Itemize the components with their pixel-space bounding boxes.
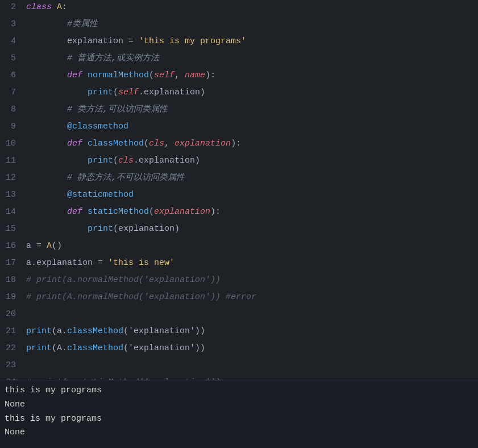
line-number: 3 — [0, 18, 24, 31]
code-line: 2class A: — [0, 0, 478, 17]
line-content: #类属性 — [24, 18, 478, 31]
code-line: 14 def staticMethod(explanation): — [0, 205, 478, 222]
output-line: this is my programs — [5, 412, 473, 426]
token-normal: explanation = — [67, 36, 139, 46]
line-number: 17 — [0, 256, 24, 269]
token-normal: ): — [205, 70, 215, 80]
token-comment: # print(a.staticMethod('explanation')) — [26, 378, 221, 380]
line-number: 9 — [0, 120, 24, 133]
output-line: None — [5, 426, 473, 440]
token-fn-name: classMethod — [88, 139, 144, 148]
code-line: 3 #类属性 — [0, 17, 478, 34]
token-param: self — [154, 70, 174, 80]
token-class-name: A — [47, 241, 52, 251]
code-line: 11 print(cls.explanation) — [0, 154, 478, 171]
line-number: 16 — [0, 239, 24, 252]
line-content: # print(a.staticMethod('explanation')) — [24, 376, 478, 380]
line-number: 13 — [0, 188, 24, 201]
token-fn-name: classMethod — [67, 326, 123, 336]
token-normal: , — [164, 139, 174, 148]
line-number: 22 — [0, 342, 24, 355]
line-number: 8 — [0, 103, 24, 116]
line-content: a.explanation = 'this is new' — [24, 256, 478, 269]
line-number: 18 — [0, 273, 24, 287]
token-string: 'this is my programs' — [139, 36, 246, 46]
token-string: 'this is new' — [108, 258, 174, 268]
token-normal: ('explanation')) — [123, 343, 205, 353]
token-normal: ): — [231, 139, 241, 148]
token-normal: (a. — [52, 326, 67, 336]
line-content: # 类方法,可以访问类属性 — [24, 103, 478, 116]
line-content: print(self.explanation) — [24, 86, 478, 99]
token-cls-kw: cls — [118, 156, 134, 165]
output-line: None — [5, 398, 473, 412]
line-number: 21 — [0, 325, 24, 338]
line-number: 10 — [0, 137, 24, 150]
token-normal: : — [62, 2, 67, 12]
token-normal: ( — [149, 70, 154, 80]
token-kw-class: class — [26, 2, 57, 12]
line-content: # print(a.normalMethod('explanation')) — [24, 273, 478, 287]
token-param: name — [185, 70, 205, 80]
code-line: 15 print(explanation) — [0, 222, 478, 239]
token-normal: , — [174, 70, 185, 80]
token-var-a: a = — [26, 241, 47, 251]
token-print-fn: print — [26, 326, 52, 336]
line-number: 15 — [0, 222, 24, 235]
code-line: 23 — [0, 358, 478, 375]
token-at: @ — [67, 122, 72, 131]
token-normal: ('explanation')) — [123, 326, 205, 336]
token-normal: (explanation) — [113, 224, 180, 234]
line-number: 23 — [0, 359, 24, 372]
token-param: explanation — [154, 207, 210, 217]
token-fn-name: normalMethod — [88, 70, 149, 80]
token-comment: # print(a.normalMethod('explanation')) — [26, 275, 221, 285]
code-line: 17a.explanation = 'this is new' — [0, 256, 478, 273]
line-content: # print(A.normalMethod('explanation')) #… — [24, 291, 478, 304]
token-fn-name: staticMethod — [88, 207, 149, 217]
line-content: print(cls.explanation) — [24, 154, 478, 167]
token-normal: .explanation) — [134, 156, 200, 165]
code-line: 10 def classMethod(cls, explanation): — [0, 136, 478, 154]
line-content: # 普通方法,或实例方法 — [24, 52, 478, 65]
token-kw-def: def — [67, 207, 88, 217]
token-at: @ — [67, 190, 72, 200]
line-number: 5 — [0, 52, 24, 65]
line-number: 6 — [0, 69, 24, 82]
line-content: # 静态方法,不可以访问类属性 — [24, 171, 478, 184]
token-print-fn: print — [88, 88, 113, 97]
line-content: a = A() — [24, 239, 478, 252]
code-line: 13 @staticmethod — [0, 188, 478, 205]
line-content: print(A.classMethod('explanation')) — [24, 342, 478, 355]
code-line: 19# print(A.normalMethod('explanation'))… — [0, 290, 478, 307]
code-line: 20 — [0, 307, 478, 324]
line-content: def classMethod(cls, explanation): — [24, 137, 478, 150]
token-print-fn: print — [26, 343, 52, 353]
line-content: def staticMethod(explanation): — [24, 205, 478, 218]
code-line: 9 @classmethod — [0, 119, 478, 136]
line-number: 14 — [0, 205, 24, 218]
line-number: 4 — [0, 35, 24, 48]
token-normal: .explanation) — [139, 88, 205, 97]
token-decorator-name: classmethod — [72, 122, 128, 131]
line-content: class A: — [24, 1, 478, 14]
line-number: 7 — [0, 86, 24, 99]
code-editor: 2class A:3 #类属性4 explanation = 'this is … — [0, 0, 478, 380]
token-normal: ( — [113, 88, 118, 97]
token-decorator-name: staticmethod — [72, 190, 134, 200]
token-normal: () — [52, 241, 62, 251]
line-content: @staticmethod — [24, 188, 478, 201]
line-number: 12 — [0, 171, 24, 184]
token-param: explanation — [174, 139, 231, 148]
code-line: 4 explanation = 'this is my programs' — [0, 34, 478, 51]
code-line: 16a = A() — [0, 239, 478, 256]
token-var-a: a.explanation = — [26, 258, 108, 268]
line-number: 20 — [0, 308, 24, 321]
token-class-name: A — [57, 2, 62, 12]
token-cls-kw: cls — [149, 139, 164, 148]
line-content: @classmethod — [24, 120, 478, 133]
line-number: 19 — [0, 291, 24, 304]
token-fn-name: classMethod — [67, 343, 123, 353]
token-comment: # print(A.normalMethod('explanation')) #… — [26, 292, 256, 302]
line-number: 24 — [0, 376, 24, 380]
